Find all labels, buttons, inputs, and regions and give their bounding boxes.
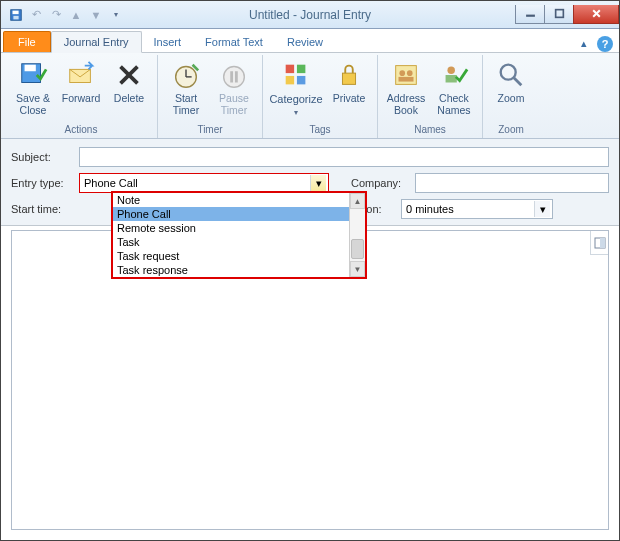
group-tags-label: Tags xyxy=(309,122,330,138)
check-names-icon xyxy=(438,59,470,91)
qat-prev-icon[interactable]: ▲ xyxy=(67,6,85,24)
group-names: Address Book Check Names Names xyxy=(378,55,483,138)
group-names-label: Names xyxy=(414,122,446,138)
categorize-icon xyxy=(280,59,312,91)
window-buttons xyxy=(516,5,619,25)
start-timer-button[interactable]: Start Timer xyxy=(164,57,208,117)
scroll-down-icon[interactable]: ▼ xyxy=(350,261,365,277)
pause-timer-button[interactable]: Pause Timer xyxy=(212,57,256,117)
save-close-button[interactable]: Save & Close xyxy=(11,57,55,117)
zoom-icon xyxy=(495,59,527,91)
entry-type-combo[interactable]: Phone Call ▾ xyxy=(79,173,329,193)
save-close-icon xyxy=(17,59,49,91)
svg-rect-21 xyxy=(286,76,294,84)
svg-rect-22 xyxy=(297,76,305,84)
chevron-down-icon[interactable]: ▾ xyxy=(534,201,550,217)
svg-point-30 xyxy=(501,65,516,80)
forward-button[interactable]: Forward xyxy=(59,57,103,117)
svg-rect-8 xyxy=(25,65,36,72)
dropdown-item[interactable]: Remote session xyxy=(113,221,365,235)
journal-window: ↶ ↷ ▲ ▼ ▾ Untitled - Journal Entry File … xyxy=(0,0,620,541)
tab-file[interactable]: File xyxy=(3,31,51,52)
svg-rect-2 xyxy=(13,15,18,19)
dropdown-list: Note Phone Call Remote session Task Task… xyxy=(113,193,365,277)
qat-save-icon[interactable] xyxy=(7,6,25,24)
group-actions-label: Actions xyxy=(65,122,98,138)
entry-type-value: Phone Call xyxy=(84,177,310,189)
start-time-label: Start time: xyxy=(11,203,75,215)
close-button[interactable] xyxy=(573,5,619,24)
quick-access-toolbar: ↶ ↷ ▲ ▼ ▾ xyxy=(1,6,125,24)
dropdown-item[interactable]: Task xyxy=(113,235,365,249)
group-zoom-label: Zoom xyxy=(498,122,524,138)
address-book-icon xyxy=(390,59,422,91)
entry-type-dropdown: Note Phone Call Remote session Task Task… xyxy=(111,191,367,279)
company-input[interactable] xyxy=(415,173,609,193)
qat-customize-icon[interactable]: ▾ xyxy=(107,6,125,24)
delete-icon xyxy=(113,59,145,91)
scroll-thumb[interactable] xyxy=(351,239,364,259)
chevron-down-icon[interactable]: ▾ xyxy=(310,175,326,191)
tab-journal-entry[interactable]: Journal Entry xyxy=(51,31,142,53)
address-book-button[interactable]: Address Book xyxy=(384,57,428,117)
group-timer: Start Timer Pause Timer Timer xyxy=(158,55,263,138)
tab-review[interactable]: Review xyxy=(275,32,335,52)
ribbon: Save & Close Forward Delete Actions Star… xyxy=(1,53,619,139)
subject-input[interactable] xyxy=(79,147,609,167)
start-timer-icon xyxy=(170,59,202,91)
duration-combo[interactable]: 0 minutes ▾ xyxy=(401,199,553,219)
group-tags: Categorize▾ Private Tags xyxy=(263,55,378,138)
svg-rect-29 xyxy=(446,75,457,83)
svg-point-25 xyxy=(399,70,405,76)
dropdown-item[interactable]: Phone Call xyxy=(113,207,365,221)
svg-rect-1 xyxy=(13,10,19,14)
svg-rect-18 xyxy=(235,71,238,82)
maximize-button[interactable] xyxy=(544,5,574,24)
svg-point-26 xyxy=(407,70,413,76)
svg-rect-17 xyxy=(230,71,233,82)
svg-point-16 xyxy=(224,67,245,88)
help-icon[interactable]: ? xyxy=(597,36,613,52)
tab-format-text[interactable]: Format Text xyxy=(193,32,275,52)
dropdown-scrollbar[interactable]: ▲ ▼ xyxy=(349,193,365,277)
svg-line-31 xyxy=(514,78,522,86)
private-icon xyxy=(333,59,365,91)
ribbon-minimize-icon[interactable]: ▴ xyxy=(577,35,591,52)
svg-rect-33 xyxy=(600,238,605,248)
group-zoom: Zoom Zoom xyxy=(483,55,539,138)
pause-timer-icon xyxy=(218,59,250,91)
qat-undo-icon[interactable]: ↶ xyxy=(27,6,45,24)
svg-rect-19 xyxy=(286,65,294,73)
categorize-button[interactable]: Categorize▾ xyxy=(269,57,323,117)
forward-icon xyxy=(65,59,97,91)
dropdown-item[interactable]: Note xyxy=(113,193,365,207)
chevron-down-icon: ▾ xyxy=(294,108,298,117)
qat-next-icon[interactable]: ▼ xyxy=(87,6,105,24)
body-side-toggle[interactable] xyxy=(590,231,608,255)
private-button[interactable]: Private xyxy=(327,57,371,117)
titlebar: ↶ ↷ ▲ ▼ ▾ Untitled - Journal Entry xyxy=(1,1,619,29)
svg-point-28 xyxy=(447,67,455,75)
svg-rect-20 xyxy=(297,65,305,73)
svg-rect-4 xyxy=(555,10,563,18)
svg-rect-27 xyxy=(399,77,414,82)
dropdown-item[interactable]: Task response xyxy=(113,263,365,277)
group-actions: Save & Close Forward Delete Actions xyxy=(5,55,158,138)
qat-redo-icon[interactable]: ↷ xyxy=(47,6,65,24)
entry-type-label: Entry type: xyxy=(11,177,75,189)
delete-button[interactable]: Delete xyxy=(107,57,151,117)
zoom-button[interactable]: Zoom xyxy=(489,57,533,117)
minimize-button[interactable] xyxy=(515,5,545,24)
duration-value: 0 minutes xyxy=(406,203,534,215)
ribbon-tabs: File Journal Entry Insert Format Text Re… xyxy=(1,29,619,53)
check-names-button[interactable]: Check Names xyxy=(432,57,476,117)
tab-insert[interactable]: Insert xyxy=(142,32,194,52)
company-label: Company: xyxy=(351,177,411,189)
scroll-up-icon[interactable]: ▲ xyxy=(350,193,365,209)
svg-rect-23 xyxy=(342,73,355,84)
dropdown-item[interactable]: Task request xyxy=(113,249,365,263)
subject-label: Subject: xyxy=(11,151,75,163)
group-timer-label: Timer xyxy=(197,122,222,138)
